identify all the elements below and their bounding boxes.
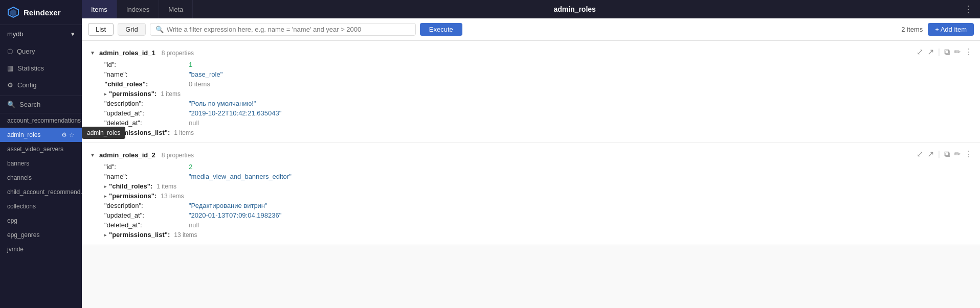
nav-config[interactable]: ⚙ Config — [0, 77, 82, 93]
field-key: "permissions": — [109, 192, 157, 200]
search-icon: 🔍 — [7, 101, 15, 108]
sidebar-item-banners[interactable]: banners — [0, 156, 82, 171]
sidebar-item-epg-genres[interactable]: epg_genres — [0, 228, 82, 242]
field-count: 1 items — [174, 129, 194, 136]
sidebar-item-child-account-recommend[interactable]: child_account_recommend... — [0, 185, 82, 199]
sidebar-item-jvmde[interactable]: jvmde — [0, 242, 82, 256]
toolbar: List Grid 🔍 Execute 2 items + Add item — [82, 18, 980, 41]
field-id-2: "id": 2 — [90, 162, 972, 172]
field-value: "base_role" — [189, 70, 222, 78]
namespace-title: admin_roles — [193, 5, 956, 13]
items-count: 2 items — [901, 26, 923, 33]
field-description-2: "description": "Редактирование витрин" — [90, 201, 972, 210]
record-1: ▼ admin_roles_id_1 8 properties ⤢ ↗ | ⧉ … — [82, 41, 980, 143]
field-key: "name": — [104, 173, 189, 180]
field-child-roles-2[interactable]: ▸ "child_roles": 1 items — [90, 181, 972, 191]
copy-icon[interactable]: ⧉ — [944, 150, 950, 159]
settings-icon[interactable]: ⚙ — [61, 131, 67, 138]
field-value: "2019-10-22T10:42:21.635043" — [189, 109, 281, 117]
field-permissions-2[interactable]: ▸ "permissions": 13 items — [90, 191, 972, 201]
copy-icon[interactable]: ⧉ — [944, 48, 950, 57]
search-area[interactable]: 🔍 Search — [0, 96, 82, 113]
chevron-right-icon: ▸ — [104, 194, 107, 199]
sidebar: Reindexer mydb ▾ ⬡ Query ▦ Statistics ⚙ … — [0, 0, 82, 308]
sidebar-item-asset-video-servers[interactable]: asset_video_servers — [0, 142, 82, 156]
nav-statistics[interactable]: ▦ Statistics — [0, 60, 82, 77]
expand-icon[interactable]: ↗ — [927, 149, 934, 159]
tab-indexes[interactable]: Indexes — [117, 0, 160, 18]
field-child-roles-1: "child_roles": 0 items — [90, 79, 972, 89]
sidebar-item-channels[interactable]: channels — [0, 171, 82, 185]
field-permissions-list-1[interactable]: ▸ "permissions_list": 1 items — [90, 128, 972, 137]
record-1-actions: ⤢ ↗ | ⧉ ✏ ⋮ — [917, 47, 973, 57]
nav-statistics-label: Statistics — [17, 64, 44, 72]
config-icon: ⚙ — [7, 81, 13, 89]
nav-query[interactable]: ⬡ Query — [0, 43, 82, 60]
filter-search-icon: 🔍 — [155, 26, 164, 33]
record-1-chevron: ▼ — [90, 50, 95, 56]
record-2: ▼ admin_roles_id_2 8 properties ⤢ ↗ | ⧉ … — [82, 143, 980, 245]
field-count: 13 items — [174, 231, 197, 239]
separator: | — [938, 48, 940, 57]
more-icon[interactable]: ⋮ — [965, 47, 973, 57]
filter-input[interactable] — [167, 26, 410, 33]
db-selector[interactable]: mydb ▾ — [0, 25, 82, 43]
record-1-props: 8 properties — [162, 50, 194, 57]
chevron-right-icon: ▸ — [104, 232, 107, 238]
edit-icon[interactable]: ✏ — [954, 47, 961, 57]
list-view-button[interactable]: List — [88, 23, 114, 36]
tab-meta[interactable]: Meta — [159, 0, 193, 18]
field-deleted-at-2: "deleted_at": null — [90, 220, 972, 230]
svg-marker-1 — [10, 9, 16, 16]
logo-icon — [7, 6, 19, 18]
expand-icon[interactable]: ↗ — [927, 47, 934, 57]
topbar: Items Indexes Meta admin_roles ⋮ — [82, 0, 980, 18]
field-permissions-list-2[interactable]: ▸ "permissions_list": 13 items — [90, 230, 972, 240]
field-updated-at-2: "updated_at": "2020-01-13T07:09:04.19823… — [90, 210, 972, 220]
sidebar-item-collections[interactable]: collections — [0, 199, 82, 214]
add-item-button[interactable]: + Add item — [928, 23, 974, 36]
nav-config-label: Config — [17, 81, 37, 89]
compress-icon[interactable]: ⤢ — [917, 149, 923, 159]
execute-button[interactable]: Execute — [420, 23, 462, 36]
field-deleted-at-1: "deleted_at": null — [90, 118, 972, 128]
record-2-props: 8 properties — [162, 152, 194, 159]
field-count: 13 items — [161, 193, 184, 200]
more-options-icon[interactable]: ⋮ — [956, 4, 980, 15]
grid-view-button[interactable]: Grid — [118, 23, 146, 36]
field-permissions-1[interactable]: ▸ "permissions": 1 items — [90, 89, 972, 99]
star-icon[interactable]: ☆ — [69, 131, 75, 138]
search-label: Search — [19, 101, 40, 108]
sidebar-item-account-recommendations[interactable]: account_recommendations — [0, 113, 82, 128]
chevron-right-icon: ▸ — [104, 184, 107, 189]
field-value: "2020-01-13T07:09:04.198236" — [189, 211, 281, 219]
field-updated-at-1: "updated_at": "2019-10-22T10:42:21.63504… — [90, 108, 972, 118]
topbar-tabs: Items Indexes Meta — [82, 0, 193, 18]
field-count: 1 items — [161, 90, 181, 98]
chevron-right-icon: ▸ — [104, 91, 107, 97]
field-value: "media_view_and_banners_editor" — [189, 173, 292, 180]
field-value: "Роль по умолчанию!" — [189, 100, 256, 107]
nav-menu: ⬡ Query ▦ Statistics ⚙ Config — [0, 43, 82, 93]
field-name-2: "name": "media_view_and_banners_editor" — [90, 172, 972, 181]
field-key: "permissions": — [109, 90, 157, 98]
field-value: null — [189, 221, 199, 229]
sidebar-item-epg[interactable]: epg — [0, 214, 82, 228]
compress-icon[interactable]: ⤢ — [917, 47, 923, 57]
chevron-down-icon: ▾ — [71, 30, 75, 38]
tooltip: admin_roles — [82, 127, 125, 139]
field-key: "id": — [104, 61, 189, 68]
records-content: ▼ admin_roles_id_1 8 properties ⤢ ↗ | ⧉ … — [82, 41, 980, 308]
more-icon[interactable]: ⋮ — [965, 149, 973, 159]
record-1-header[interactable]: ▼ admin_roles_id_1 8 properties — [90, 46, 972, 60]
record-2-header[interactable]: ▼ admin_roles_id_2 8 properties — [90, 148, 972, 162]
item-icons: ⚙ ☆ — [61, 131, 75, 138]
field-key: "child_roles": — [104, 80, 189, 88]
query-icon: ⬡ — [7, 48, 13, 55]
filter-box[interactable]: 🔍 — [150, 23, 416, 36]
field-name-1: "name": "base_role" — [90, 69, 972, 79]
record-2-chevron: ▼ — [90, 152, 95, 158]
edit-icon[interactable]: ✏ — [954, 149, 961, 159]
sidebar-item-admin-roles[interactable]: admin_roles ⚙ ☆ — [0, 128, 82, 142]
tab-items[interactable]: Items — [82, 0, 117, 18]
